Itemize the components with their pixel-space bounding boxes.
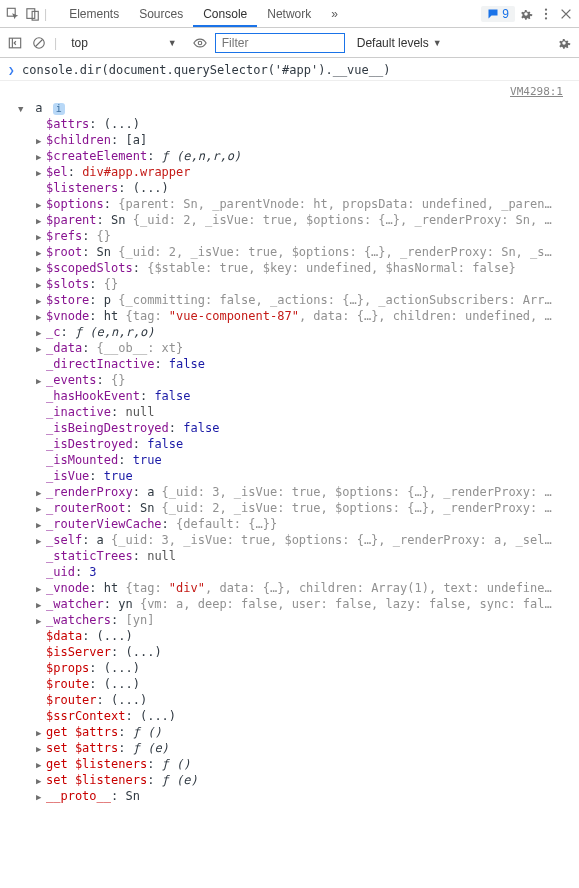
tree-property[interactable]: $root: Sn {_uid: 2, _isVue: true, $optio… (36, 244, 579, 260)
log-levels-selector[interactable]: Default levels ▼ (357, 36, 442, 50)
tree-root[interactable]: a i (18, 100, 579, 116)
expand-arrow-icon[interactable] (36, 536, 46, 546)
expand-arrow-icon[interactable] (36, 328, 46, 338)
tree-property[interactable]: _self: a {_uid: 3, _isVue: true, $option… (36, 532, 579, 548)
tree-property[interactable]: _renderProxy: a {_uid: 3, _isVue: true, … (36, 484, 579, 500)
property-value: : false (154, 357, 205, 371)
expand-arrow-icon[interactable] (36, 520, 46, 530)
expand-arrow-icon[interactable] (36, 728, 46, 738)
tree-property[interactable]: _watchers: [yn] (36, 612, 579, 628)
tab-elements[interactable]: Elements (59, 1, 129, 27)
property-key: _staticTrees (46, 549, 133, 563)
gear-icon[interactable] (555, 34, 573, 52)
info-badge-icon[interactable]: i (53, 103, 65, 115)
tree-property[interactable]: get $listeners: ƒ () (36, 756, 579, 772)
tree-property[interactable]: $isServer: (...) (36, 644, 579, 660)
property-value: : Sn {_uid: 2, _isVue: true, $options: {… (97, 213, 552, 227)
eye-icon[interactable] (191, 34, 209, 52)
expand-arrow-icon[interactable] (36, 760, 46, 770)
inspect-icon[interactable] (4, 5, 22, 23)
gear-icon[interactable] (517, 5, 535, 23)
tree-property[interactable]: $refs: {} (36, 228, 579, 244)
tab-more[interactable]: » (321, 1, 348, 27)
expand-arrow-icon[interactable] (36, 248, 46, 258)
messages-badge[interactable]: 9 (481, 6, 515, 22)
expand-arrow-icon[interactable] (36, 616, 46, 626)
tree-property[interactable]: $el: div#app.wrapper (36, 164, 579, 180)
tree-property[interactable]: $children: [a] (36, 132, 579, 148)
expand-arrow-icon[interactable] (36, 312, 46, 322)
tree-property[interactable]: $props: (...) (36, 660, 579, 676)
expand-arrow-icon[interactable] (36, 136, 46, 146)
tree-property[interactable]: $ssrContext: (...) (36, 708, 579, 724)
tree-property[interactable]: _watcher: yn {vm: a, deep: false, user: … (36, 596, 579, 612)
tree-property[interactable]: _isVue: true (36, 468, 579, 484)
property-value: : {default: {…}} (162, 517, 278, 531)
tree-property[interactable]: __proto__: Sn (36, 788, 579, 804)
tree-property[interactable]: _isMounted: true (36, 452, 579, 468)
prompt-chevron-icon: ❯ (8, 64, 16, 77)
expand-arrow-icon[interactable] (36, 488, 46, 498)
tree-property[interactable]: _uid: 3 (36, 564, 579, 580)
tree-property[interactable]: set $attrs: ƒ (e) (36, 740, 579, 756)
tree-property[interactable]: _isDestroyed: false (36, 436, 579, 452)
tree-property[interactable]: $options: {parent: Sn, _parentVnode: ht,… (36, 196, 579, 212)
tree-property[interactable]: _data: {__ob__: xt} (36, 340, 579, 356)
expand-arrow-icon[interactable] (36, 376, 46, 386)
tree-property[interactable]: $vnode: ht {tag: "vue-component-87", dat… (36, 308, 579, 324)
tree-property[interactable]: _inactive: null (36, 404, 579, 420)
tree-property[interactable]: set $listeners: ƒ (e) (36, 772, 579, 788)
sidebar-toggle-icon[interactable] (6, 34, 24, 52)
tree-property[interactable]: get $attrs: ƒ () (36, 724, 579, 740)
expand-arrow-icon[interactable] (18, 104, 28, 114)
property-key: _events (46, 373, 97, 387)
tab-network[interactable]: Network (257, 1, 321, 27)
tree-property[interactable]: _routerViewCache: {default: {…}} (36, 516, 579, 532)
tree-property[interactable]: $data: (...) (36, 628, 579, 644)
property-key: $ssrContext (46, 709, 125, 723)
tree-property[interactable]: $listeners: (...) (36, 180, 579, 196)
tree-property[interactable]: $parent: Sn {_uid: 2, _isVue: true, $opt… (36, 212, 579, 228)
expand-arrow-icon[interactable] (36, 264, 46, 274)
devtools-toolbar: | Elements Sources Console Network » 9 (0, 0, 579, 28)
expand-arrow-icon[interactable] (36, 200, 46, 210)
expand-arrow-icon[interactable] (36, 168, 46, 178)
expand-arrow-icon[interactable] (36, 232, 46, 242)
expand-arrow-icon[interactable] (36, 216, 46, 226)
tree-property[interactable]: _c: ƒ (e,n,r,o) (36, 324, 579, 340)
clear-console-icon[interactable] (30, 34, 48, 52)
expand-arrow-icon[interactable] (36, 776, 46, 786)
tree-property[interactable]: $router: (...) (36, 692, 579, 708)
tab-console[interactable]: Console (193, 1, 257, 27)
tree-property[interactable]: $store: p {_committing: false, _actions:… (36, 292, 579, 308)
expand-arrow-icon[interactable] (36, 792, 46, 802)
expand-arrow-icon[interactable] (36, 296, 46, 306)
source-link[interactable]: VM4298:1 (510, 85, 571, 98)
filter-input[interactable] (215, 33, 345, 53)
tree-property[interactable]: _hasHookEvent: false (36, 388, 579, 404)
context-selector[interactable]: top ▼ (63, 34, 185, 52)
expand-arrow-icon[interactable] (36, 584, 46, 594)
expand-arrow-icon[interactable] (36, 600, 46, 610)
expand-arrow-icon[interactable] (36, 504, 46, 514)
device-toggle-icon[interactable] (24, 5, 42, 23)
tree-property[interactable]: _vnode: ht {tag: "div", data: {…}, child… (36, 580, 579, 596)
tree-property[interactable]: $attrs: (...) (36, 116, 579, 132)
expand-arrow-icon[interactable] (36, 152, 46, 162)
tree-property[interactable]: _events: {} (36, 372, 579, 388)
kebab-icon[interactable] (537, 5, 555, 23)
expand-arrow-icon[interactable] (36, 280, 46, 290)
tree-property[interactable]: _routerRoot: Sn {_uid: 2, _isVue: true, … (36, 500, 579, 516)
tree-property[interactable]: $createElement: ƒ (e,n,r,o) (36, 148, 579, 164)
tree-property[interactable]: $route: (...) (36, 676, 579, 692)
tree-property[interactable]: _directInactive: false (36, 356, 579, 372)
close-icon[interactable] (557, 5, 575, 23)
expand-arrow-icon[interactable] (36, 344, 46, 354)
property-key: $refs (46, 229, 82, 243)
expand-arrow-icon[interactable] (36, 744, 46, 754)
tree-property[interactable]: $scopedSlots: {$stable: true, $key: unde… (36, 260, 579, 276)
tree-property[interactable]: _isBeingDestroyed: false (36, 420, 579, 436)
tree-property[interactable]: $slots: {} (36, 276, 579, 292)
tab-sources[interactable]: Sources (129, 1, 193, 27)
tree-property[interactable]: _staticTrees: null (36, 548, 579, 564)
